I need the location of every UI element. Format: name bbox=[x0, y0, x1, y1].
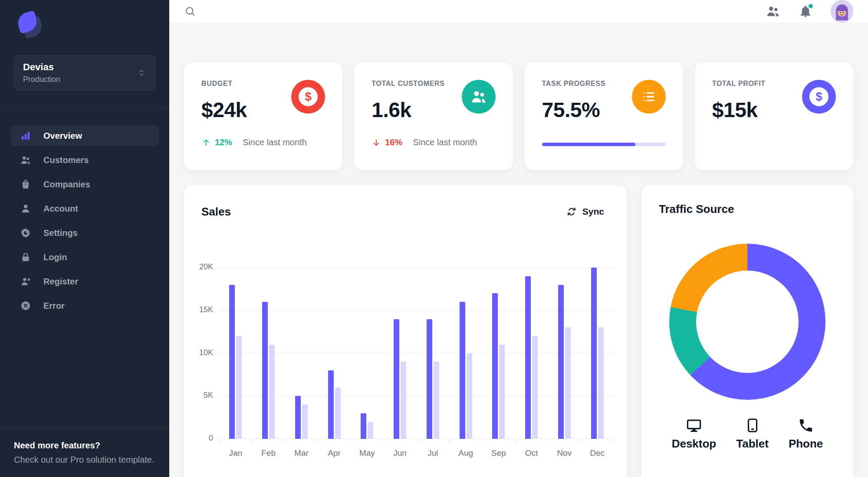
stats-row: BUDGET $24k $ 12% Since last month TOT bbox=[184, 62, 853, 170]
bar-group-dec bbox=[581, 268, 614, 439]
trend-value: 16% bbox=[385, 137, 402, 147]
bar-group-nov bbox=[548, 268, 581, 439]
bar-secondary bbox=[499, 345, 505, 439]
sidebar-item-label: Customers bbox=[43, 155, 89, 165]
sidebar-item-login[interactable]: Login bbox=[10, 247, 159, 268]
total-profit-card: TOTAL PROFIT $15k $ bbox=[695, 62, 853, 170]
x-axis-tick bbox=[417, 439, 417, 442]
workspace-name: Devias bbox=[23, 62, 60, 73]
sidebar-item-error[interactable]: Error bbox=[10, 295, 159, 316]
content: BUDGET $24k $ 12% Since last month TOT bbox=[169, 23, 868, 477]
users-icon bbox=[766, 4, 780, 19]
sidebar-footer: Need more features? Check out our Pro so… bbox=[0, 428, 169, 477]
bar-group-sep bbox=[482, 268, 515, 439]
total-customers-card: TOTAL CUSTOMERS 1.6k 16% Since last mont… bbox=[354, 62, 513, 170]
bar-primary bbox=[427, 319, 432, 439]
x-axis-label: Nov bbox=[548, 448, 581, 458]
topbar bbox=[169, 0, 868, 23]
bar-secondary bbox=[598, 327, 604, 439]
bar-secondary bbox=[532, 336, 538, 439]
bar-primary bbox=[591, 268, 597, 439]
avatar[interactable] bbox=[831, 0, 853, 23]
y-axis-tick-label: 5K bbox=[188, 391, 213, 400]
x-axis-tick bbox=[384, 439, 384, 442]
bar-secondary bbox=[401, 362, 406, 439]
notifications-button[interactable] bbox=[799, 4, 812, 18]
bar-secondary bbox=[467, 353, 472, 439]
bar-primary bbox=[295, 396, 301, 439]
x-axis-tick bbox=[515, 439, 516, 442]
trend-row: 16% Since last month bbox=[372, 137, 495, 147]
bar-secondary bbox=[434, 362, 439, 439]
sidebar-item-register[interactable]: Register bbox=[10, 271, 159, 292]
sidebar-item-companies[interactable]: Companies bbox=[10, 174, 159, 195]
x-axis-tick bbox=[548, 439, 549, 442]
sidebar-item-label: Overview bbox=[43, 131, 82, 141]
bar-primary bbox=[361, 413, 366, 439]
x-axis-label: Jun bbox=[384, 448, 417, 458]
bar-primary bbox=[394, 319, 399, 439]
sidebar-nav: Overview Customers Companies Account Set… bbox=[0, 109, 169, 320]
sidebar-item-customers[interactable]: Customers bbox=[10, 150, 159, 170]
search-icon bbox=[184, 5, 196, 17]
sidebar-item-overview[interactable]: Overview bbox=[10, 125, 159, 146]
x-axis-label: Jan bbox=[219, 448, 252, 458]
bar-group-jun bbox=[384, 268, 417, 439]
list-bullets-icon bbox=[632, 80, 666, 114]
bar-group-may bbox=[351, 268, 384, 439]
legend-label: Phone bbox=[789, 437, 823, 451]
progress-track bbox=[542, 143, 666, 146]
charts-row: Sales Sync 05K10K15K20K JanFebMarAprMayJ… bbox=[184, 185, 853, 477]
main-area: BUDGET $24k $ 12% Since last month TOT bbox=[169, 0, 868, 477]
desktop-icon bbox=[686, 417, 702, 434]
task-progress-card: TASK PROGRESS 75.5% bbox=[525, 62, 683, 170]
sales-months: JanFebMarAprMayJunJulAugSepOctNovDec bbox=[219, 448, 614, 458]
sync-label: Sync bbox=[582, 206, 604, 217]
x-axis-label: Oct bbox=[515, 448, 548, 458]
x-axis-tick bbox=[614, 439, 614, 442]
x-axis-label: Dec bbox=[581, 448, 614, 458]
footer-title: Need more features? bbox=[14, 441, 155, 451]
bar-group-feb bbox=[252, 268, 285, 439]
traffic-donut bbox=[669, 244, 825, 400]
x-axis-tick bbox=[449, 439, 450, 442]
search-button[interactable] bbox=[184, 5, 196, 17]
users-icon bbox=[462, 80, 496, 114]
app-root: Devias Production Overview Customers Com… bbox=[0, 0, 868, 477]
bar-primary bbox=[492, 293, 498, 439]
users-icon bbox=[20, 154, 31, 166]
devias-logo[interactable] bbox=[17, 12, 43, 38]
x-axis-label: Sep bbox=[482, 448, 515, 458]
sidebar-item-settings[interactable]: Settings bbox=[10, 222, 159, 243]
y-axis-tick-label: 20K bbox=[188, 262, 213, 271]
phone-icon bbox=[798, 417, 814, 434]
bar-primary bbox=[262, 302, 268, 439]
x-circle-icon bbox=[20, 300, 31, 311]
sidebar-item-label: Login bbox=[43, 252, 67, 262]
trend-caption: Since last month bbox=[243, 137, 307, 147]
legend-label: Tablet bbox=[736, 437, 769, 451]
bar-secondary bbox=[368, 422, 373, 439]
bar-group-aug bbox=[449, 268, 482, 439]
contacts-button[interactable] bbox=[766, 4, 780, 19]
x-axis-tick bbox=[219, 439, 220, 442]
bar-secondary bbox=[269, 345, 275, 439]
traffic-header: Traffic Source bbox=[659, 203, 836, 216]
tablet-icon bbox=[744, 417, 761, 434]
sidebar: Devias Production Overview Customers Com… bbox=[0, 0, 169, 477]
workspace-environment: Production bbox=[23, 75, 60, 84]
traffic-title: Traffic Source bbox=[659, 203, 734, 216]
sidebar-item-account[interactable]: Account bbox=[10, 198, 159, 219]
notification-dot bbox=[808, 3, 814, 9]
workspace-selector[interactable]: Devias Production bbox=[14, 56, 155, 90]
user-plus-icon bbox=[20, 276, 31, 287]
x-axis-label: Mar bbox=[285, 448, 318, 458]
arrow-up-icon bbox=[201, 138, 211, 147]
topbar-right bbox=[766, 0, 853, 23]
traffic-source-card: Traffic Source Desktop Tablet bbox=[641, 185, 853, 477]
bar-primary bbox=[328, 370, 334, 439]
gear-icon bbox=[20, 227, 31, 238]
bar-secondary bbox=[302, 405, 308, 439]
sync-button[interactable]: Sync bbox=[561, 203, 609, 221]
sales-card: Sales Sync 05K10K15K20K JanFebMarAprMayJ… bbox=[184, 185, 627, 477]
